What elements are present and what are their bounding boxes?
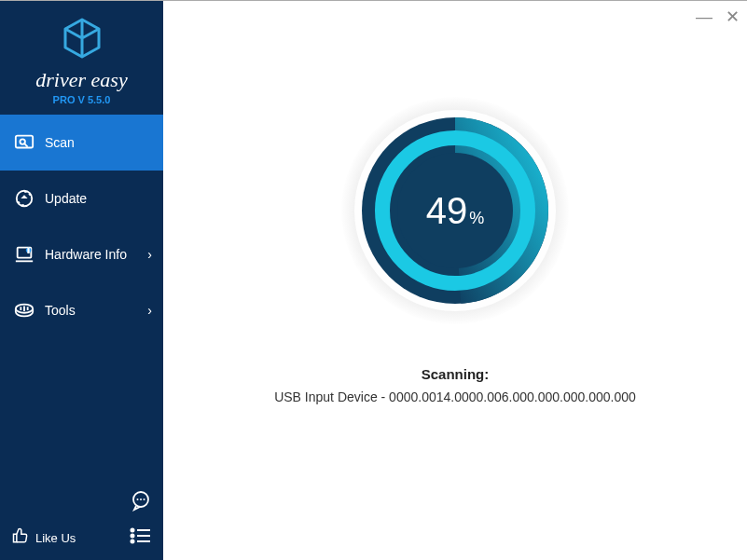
logo-area: driver easy PRO V 5.5.0 <box>0 1 163 115</box>
scan-status-detail: USB Input Device - 0000.0014.0000.006.00… <box>274 389 636 404</box>
thumbs-up-icon <box>11 526 30 549</box>
nav-label-update: Update <box>45 191 87 206</box>
svg-point-13 <box>137 499 139 500</box>
like-us-label: Like Us <box>35 531 76 545</box>
update-icon <box>13 187 35 210</box>
nav-item-scan[interactable]: Scan <box>0 115 163 171</box>
nav-item-update[interactable]: Update <box>0 171 163 226</box>
svg-point-16 <box>131 529 134 532</box>
tools-icon <box>13 299 35 321</box>
svg-point-15 <box>144 499 145 500</box>
nav-label-hardware: Hardware Info <box>45 247 127 262</box>
app-window: driver easy PRO V 5.5.0 Scan <box>0 1 747 560</box>
menu-list-icon[interactable] <box>130 526 152 549</box>
sidebar-bottom: Like Us <box>0 474 163 560</box>
nav-label-tools: Tools <box>45 303 76 318</box>
svg-point-1 <box>20 139 25 144</box>
svg-text:i: i <box>28 249 29 253</box>
logo-icon <box>0 18 163 62</box>
feedback-icon[interactable] <box>130 489 152 515</box>
progress-value: 49% <box>426 190 485 232</box>
progress-circle: 49% <box>339 94 572 327</box>
nav-item-hardware[interactable]: i Hardware Info › <box>0 226 163 282</box>
sidebar: driver easy PRO V 5.5.0 Scan <box>0 1 163 560</box>
svg-line-2 <box>24 143 27 146</box>
svg-point-20 <box>131 540 134 543</box>
minimize-button[interactable]: — <box>696 8 712 25</box>
like-us-button[interactable]: Like Us <box>11 526 76 549</box>
scan-status: Scanning: USB Input Device - 0000.0014.0… <box>274 366 636 404</box>
svg-point-14 <box>140 499 142 500</box>
main-content: 49% Scanning: USB Input Device - 0000.00… <box>163 1 747 560</box>
svg-point-18 <box>131 535 134 538</box>
scan-status-label: Scanning: <box>274 366 636 382</box>
version-label: PRO V 5.5.0 <box>0 94 163 105</box>
brand-name: driver easy <box>0 68 163 92</box>
nav: Scan Update <box>0 115 163 338</box>
close-button[interactable]: ✕ <box>726 8 740 25</box>
scan-icon <box>13 131 35 154</box>
chevron-right-icon: › <box>147 303 152 318</box>
chevron-right-icon: › <box>147 247 152 262</box>
nav-label-scan: Scan <box>45 135 75 150</box>
hardware-icon: i <box>13 243 35 266</box>
window-controls: — ✕ <box>696 8 740 25</box>
nav-item-tools[interactable]: Tools › <box>0 282 163 338</box>
